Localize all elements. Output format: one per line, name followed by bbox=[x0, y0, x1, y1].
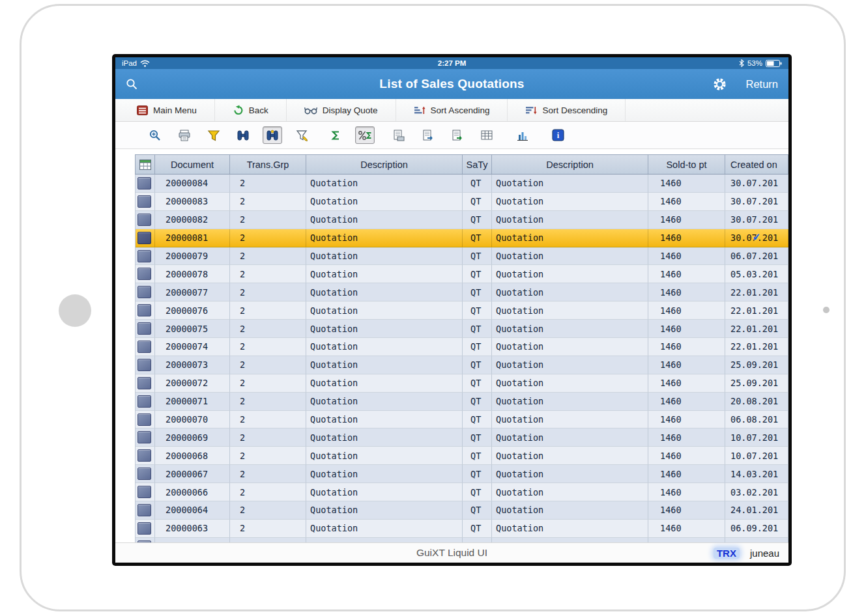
row-selector-button[interactable] bbox=[137, 413, 151, 426]
row-selector-button[interactable] bbox=[137, 286, 151, 298]
table-row[interactable]: 200000752QuotationQTQuotation146022.01.2… bbox=[135, 320, 788, 338]
chart-icon[interactable] bbox=[513, 126, 532, 144]
filter-icon[interactable] bbox=[204, 126, 224, 144]
row-selector[interactable] bbox=[136, 320, 155, 338]
row-selector[interactable] bbox=[136, 229, 155, 247]
app-window: iPad 2:27 PM 53% List of Sales Quotation… bbox=[115, 57, 788, 563]
row-selector-button[interactable] bbox=[137, 268, 151, 280]
row-selector-button[interactable] bbox=[137, 377, 151, 389]
column-header[interactable]: SaTy bbox=[463, 155, 492, 174]
row-selector-button[interactable] bbox=[137, 214, 151, 226]
subtotal-icon[interactable] bbox=[355, 126, 375, 144]
row-selector[interactable] bbox=[136, 465, 155, 483]
table-row[interactable]: 200000702QuotationQTQuotation146006.08.2… bbox=[135, 411, 788, 429]
cell-description: Quotation bbox=[306, 483, 463, 501]
cell-description2: Quotation bbox=[492, 320, 648, 338]
row-selector[interactable] bbox=[136, 193, 155, 211]
column-header[interactable]: Created on bbox=[725, 155, 788, 174]
column-header[interactable]: Trans.Grp bbox=[230, 155, 306, 174]
glasses-icon bbox=[304, 105, 317, 115]
trx-badge[interactable]: TRX bbox=[714, 548, 740, 559]
table-row[interactable]: 200000632QuotationQTQuotation146006.09.2… bbox=[135, 520, 788, 538]
row-selector[interactable] bbox=[136, 374, 155, 393]
row-selector[interactable] bbox=[136, 483, 155, 501]
row-selector[interactable] bbox=[136, 501, 155, 520]
row-selector-button[interactable] bbox=[137, 232, 151, 244]
menu-item-back[interactable]: Back bbox=[215, 99, 287, 121]
row-selector-button[interactable] bbox=[137, 486, 151, 498]
cell-document: 20000071 bbox=[155, 393, 230, 411]
gear-icon[interactable] bbox=[712, 77, 727, 92]
cell-document: 20000084 bbox=[155, 175, 230, 193]
table-row[interactable]: 200000672QuotationQTQuotation146014.03.2… bbox=[135, 465, 788, 483]
row-selector-button[interactable] bbox=[137, 395, 151, 408]
menu-item-sort-ascending[interactable]: Sort Ascending bbox=[396, 99, 508, 121]
info-icon[interactable]: i bbox=[548, 126, 568, 144]
row-selector[interactable] bbox=[136, 283, 155, 301]
row-selector-button[interactable] bbox=[137, 522, 151, 535]
table-row[interactable]: 200000842QuotationQTQuotation146030.07.2… bbox=[135, 175, 788, 193]
column-header[interactable]: Description bbox=[306, 155, 463, 174]
row-selector[interactable] bbox=[136, 175, 155, 193]
row-selector-button[interactable] bbox=[137, 341, 151, 353]
row-selector[interactable] bbox=[136, 301, 155, 320]
table-row[interactable]: 200000762QuotationQTQuotation146022.01.2… bbox=[135, 301, 788, 320]
sum-icon[interactable] bbox=[326, 126, 345, 144]
table-row[interactable]: 200000812QuotationQTQuotation146030.07.2… bbox=[135, 229, 788, 247]
row-selector[interactable] bbox=[136, 247, 155, 266]
row-selector[interactable] bbox=[136, 356, 155, 374]
table-row[interactable]: 200000822QuotationQTQuotation146030.07.2… bbox=[135, 211, 788, 229]
row-selector[interactable] bbox=[136, 393, 155, 411]
table-row[interactable]: 200000722QuotationQTQuotation146025.09.2… bbox=[135, 374, 788, 393]
table-row[interactable]: 200000642QuotationQTQuotation146024.01.2… bbox=[135, 501, 788, 520]
table-row[interactable]: 200000712QuotationQTQuotation146020.08.2… bbox=[135, 393, 788, 411]
set-filter-icon[interactable] bbox=[292, 126, 311, 144]
table-row[interactable]: 200000662QuotationQTQuotation146003.02.2… bbox=[135, 483, 788, 501]
row-selector-button[interactable] bbox=[137, 449, 151, 462]
table-row[interactable]: 200000832QuotationQTQuotation146030.07.2… bbox=[135, 193, 788, 211]
column-header[interactable]: Description bbox=[492, 155, 648, 174]
row-selector[interactable] bbox=[136, 338, 155, 356]
row-selector-button[interactable] bbox=[137, 195, 151, 208]
row-selector-button[interactable] bbox=[137, 359, 151, 371]
export-icon[interactable] bbox=[448, 126, 467, 144]
row-selector[interactable] bbox=[136, 265, 155, 283]
menu-item-main-menu[interactable]: Main Menu bbox=[119, 99, 215, 121]
row-selector-button[interactable] bbox=[137, 322, 151, 335]
word-export-icon[interactable] bbox=[418, 126, 438, 144]
return-button[interactable]: Return bbox=[745, 78, 778, 91]
menu-item-sort-descending[interactable]: Sort Descending bbox=[508, 99, 626, 121]
row-selector[interactable] bbox=[136, 211, 155, 229]
cell-document: 20000081 bbox=[155, 229, 230, 247]
table-row[interactable]: 200000682QuotationQTQuotation146010.07.2… bbox=[135, 447, 788, 465]
row-selector-button[interactable] bbox=[137, 250, 151, 262]
row-selector[interactable] bbox=[136, 411, 155, 429]
table-row[interactable]: 200000792QuotationQTQuotation146006.07.2… bbox=[135, 247, 788, 266]
column-header[interactable]: Sold-to pt bbox=[648, 155, 725, 174]
table-row[interactable]: 200000782QuotationQTQuotation146005.03.2… bbox=[135, 265, 788, 283]
row-selector[interactable] bbox=[136, 520, 155, 538]
find-icon[interactable] bbox=[233, 126, 253, 144]
table-row[interactable]: 200000742QuotationQTQuotation146022.01.2… bbox=[135, 338, 788, 356]
home-button[interactable] bbox=[59, 294, 91, 327]
table-row[interactable]: 200000732QuotationQTQuotation146025.09.2… bbox=[135, 356, 788, 374]
table-row[interactable]: 200000692QuotationQTQuotation146010.07.2… bbox=[135, 428, 788, 447]
cell-trans_grp: 2 bbox=[230, 447, 306, 465]
row-selector-button[interactable] bbox=[137, 304, 151, 316]
detail-icon[interactable] bbox=[145, 126, 165, 144]
table-body[interactable]: 200000842QuotationQTQuotation146030.07.2… bbox=[135, 175, 788, 542]
print-preview-icon[interactable] bbox=[389, 126, 409, 144]
row-selector-button[interactable] bbox=[137, 504, 151, 516]
find-next-icon[interactable] bbox=[263, 126, 282, 144]
row-selector-button[interactable] bbox=[137, 468, 151, 480]
layout-icon[interactable] bbox=[477, 126, 497, 144]
select-all-icon[interactable] bbox=[136, 155, 155, 174]
row-selector-button[interactable] bbox=[137, 431, 151, 443]
row-selector-button[interactable] bbox=[137, 177, 151, 189]
print-icon[interactable] bbox=[175, 126, 194, 144]
row-selector[interactable] bbox=[136, 447, 155, 465]
menu-item-display-quote[interactable]: Display Quote bbox=[287, 99, 396, 121]
column-header[interactable]: Document bbox=[155, 155, 230, 174]
table-row[interactable]: 200000772QuotationQTQuotation146022.01.2… bbox=[135, 283, 788, 301]
row-selector[interactable] bbox=[136, 428, 155, 447]
